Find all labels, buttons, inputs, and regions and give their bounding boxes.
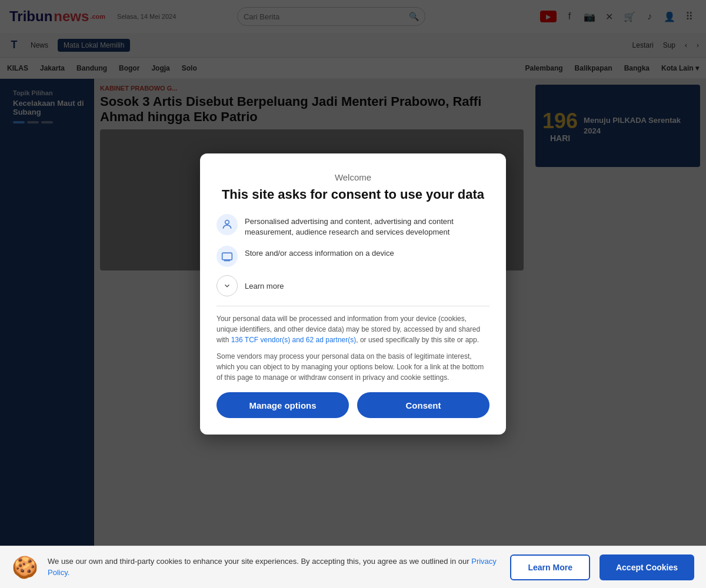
modal-divider — [217, 306, 489, 306]
consent-button[interactable]: Consent — [357, 392, 489, 418]
consent-text-2: Store and/or access information on a dev… — [245, 246, 394, 259]
cookie-icon: 🍪 — [12, 555, 38, 580]
cookie-text: We use our own and third-party cookies t… — [48, 556, 501, 577]
accept-cookies-button[interactable]: Accept Cookies — [600, 554, 694, 580]
person-icon — [217, 214, 238, 235]
modal-backdrop: Welcome This site asks for consent to us… — [0, 0, 706, 588]
learn-more-button[interactable]: Learn More — [510, 554, 590, 580]
cookie-bar: 🍪 We use our own and third-party cookies… — [0, 546, 706, 588]
consent-modal: Welcome This site asks for consent to us… — [200, 153, 506, 435]
svg-point-0 — [225, 220, 229, 224]
consent-item-2: Store and/or access information on a dev… — [217, 246, 489, 267]
chevron-down-icon[interactable] — [217, 275, 238, 296]
vendors-link[interactable]: 136 TCF vendor(s) and 62 ad partner(s) — [231, 336, 357, 344]
svg-rect-1 — [222, 253, 232, 260]
consent-text-1: Personalised advertising and content, ad… — [245, 214, 489, 238]
manage-options-button[interactable]: Manage options — [217, 392, 349, 418]
learn-more-item: Learn more — [217, 275, 489, 296]
modal-welcome: Welcome — [217, 172, 489, 182]
consent-item-1: Personalised advertising and content, ad… — [217, 214, 489, 238]
modal-info-1: Your personal data will be processed and… — [217, 313, 489, 345]
learn-more-label: Learn more — [245, 282, 284, 290]
device-icon — [217, 246, 238, 267]
modal-buttons: Manage options Consent — [217, 392, 489, 418]
modal-title: This site asks for consent to use your d… — [217, 187, 489, 202]
modal-info-2: Some vendors may process your personal d… — [217, 351, 489, 383]
